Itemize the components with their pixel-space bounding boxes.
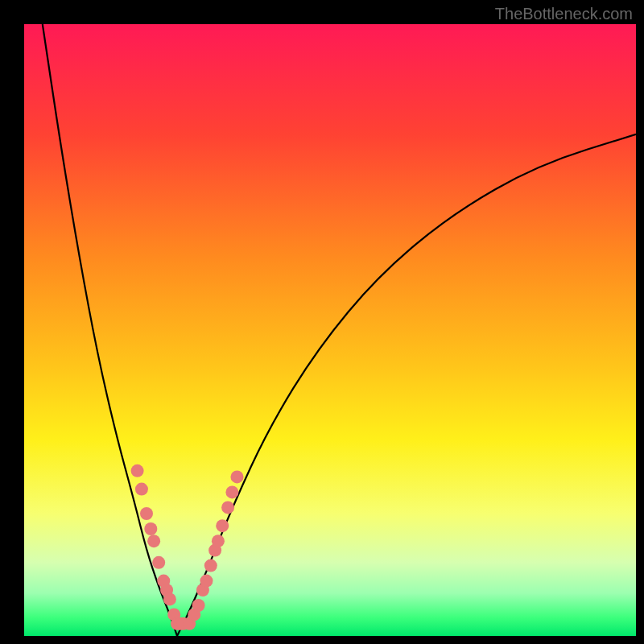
data-point [144, 522, 157, 535]
curve-right [177, 134, 636, 636]
data-point [204, 559, 217, 572]
chart-svg [24, 24, 636, 636]
data-point [192, 599, 205, 612]
data-point [230, 470, 243, 483]
data-point [212, 535, 225, 547]
watermark-text: TheBottleneck.com [495, 5, 633, 23]
data-point [221, 501, 234, 514]
data-point [163, 592, 176, 605]
data-point [140, 507, 153, 520]
data-point [131, 464, 144, 477]
marker-group [131, 464, 244, 630]
data-point [200, 575, 213, 588]
chart-container [24, 24, 636, 636]
data-point [216, 519, 229, 532]
data-point [147, 535, 160, 547]
data-point [135, 483, 148, 496]
data-point [152, 556, 165, 569]
data-point [225, 485, 238, 498]
